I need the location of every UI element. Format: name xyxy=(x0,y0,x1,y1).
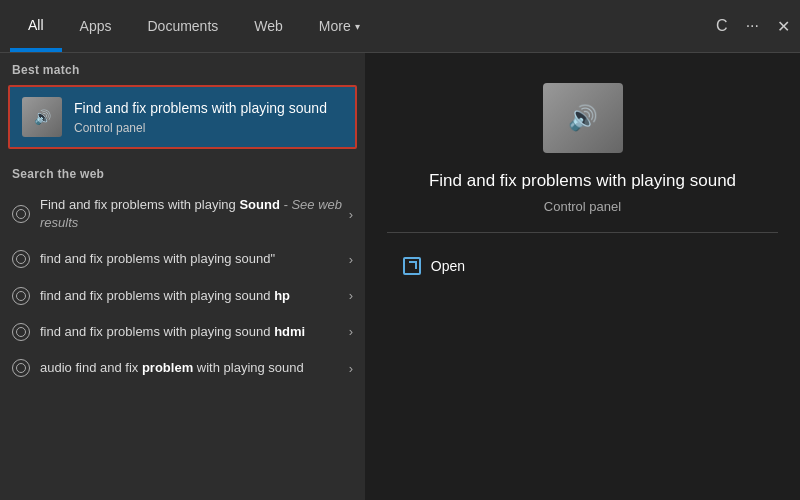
more-chevron-icon: ▾ xyxy=(355,21,360,32)
sound-large-icon: 🔊 xyxy=(543,83,623,153)
arrow-icon-0: › xyxy=(349,207,353,222)
web-search-item-2[interactable]: find and fix problems with playing sound… xyxy=(0,278,365,314)
web-search-label: Search the web xyxy=(0,157,365,187)
search-icon-0 xyxy=(12,205,30,223)
divider xyxy=(387,232,779,233)
best-match-item[interactable]: 🔊 Find and fix problems with playing sou… xyxy=(8,85,357,149)
best-match-title: Find and fix problems with playing sound xyxy=(74,99,327,117)
main-content: Best match 🔊 Find and fix problems with … xyxy=(0,53,800,500)
header-actions: C ··· ✕ xyxy=(716,17,790,36)
tab-more-label: More xyxy=(319,18,351,34)
best-match-label: Best match xyxy=(0,53,365,83)
web-search-item-4[interactable]: audio find and fix problem with playing … xyxy=(0,350,365,386)
web-item-text-0: Find and fix problems with playing Sound… xyxy=(40,196,349,232)
right-panel: 🔊 Find and fix problems with playing sou… xyxy=(365,53,800,500)
search-loading-icon: C xyxy=(716,17,728,35)
more-options-icon[interactable]: ··· xyxy=(746,17,759,35)
search-icon-4 xyxy=(12,359,30,377)
web-item-text-4: audio find and fix problem with playing … xyxy=(40,359,349,377)
best-match-text-block: Find and fix problems with playing sound… xyxy=(74,99,327,134)
tab-all[interactable]: All xyxy=(10,0,62,52)
right-app-subtitle: Control panel xyxy=(544,199,621,214)
open-button[interactable]: Open xyxy=(387,251,779,281)
best-match-app-icon: 🔊 xyxy=(22,97,62,137)
tab-apps-label: Apps xyxy=(80,18,112,34)
arrow-icon-2: › xyxy=(349,288,353,303)
tab-bar: All Apps Documents Web More ▾ C ··· ✕ xyxy=(0,0,800,53)
arrow-icon-4: › xyxy=(349,361,353,376)
tab-web-label: Web xyxy=(254,18,283,34)
tab-documents[interactable]: Documents xyxy=(129,0,236,52)
web-item-text-1: find and fix problems with playing sound… xyxy=(40,250,349,268)
web-search-item-3[interactable]: find and fix problems with playing sound… xyxy=(0,314,365,350)
tab-apps[interactable]: Apps xyxy=(62,0,130,52)
tab-documents-label: Documents xyxy=(147,18,218,34)
left-panel: Best match 🔊 Find and fix problems with … xyxy=(0,53,365,500)
sound-icon: 🔊 xyxy=(22,97,62,137)
arrow-icon-1: › xyxy=(349,252,353,267)
close-icon[interactable]: ✕ xyxy=(777,17,790,36)
best-match-subtitle: Control panel xyxy=(74,121,327,135)
search-icon-3 xyxy=(12,323,30,341)
tab-more[interactable]: More ▾ xyxy=(301,0,378,52)
web-search-item-0[interactable]: Find and fix problems with playing Sound… xyxy=(0,187,365,241)
tab-web[interactable]: Web xyxy=(236,0,301,52)
web-item-text-3: find and fix problems with playing sound… xyxy=(40,323,349,341)
open-label: Open xyxy=(431,258,465,274)
web-item-text-2: find and fix problems with playing sound… xyxy=(40,287,349,305)
web-search-item-1[interactable]: find and fix problems with playing sound… xyxy=(0,241,365,277)
open-icon xyxy=(403,257,421,275)
arrow-icon-3: › xyxy=(349,324,353,339)
right-app-icon: 🔊 xyxy=(543,83,623,153)
tab-all-label: All xyxy=(28,17,44,33)
right-app-title: Find and fix problems with playing sound xyxy=(409,169,756,193)
search-icon-1 xyxy=(12,250,30,268)
search-icon-2 xyxy=(12,287,30,305)
